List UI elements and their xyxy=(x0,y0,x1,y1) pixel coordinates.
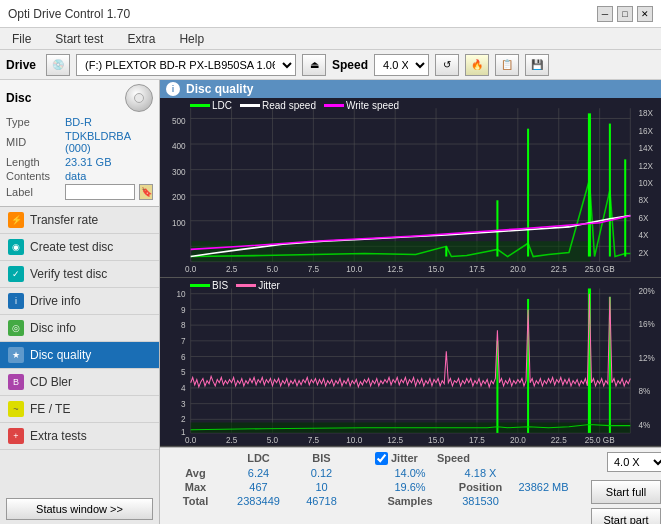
copy-button[interactable]: 📋 xyxy=(495,54,519,76)
disc-mid-row: MID TDKBLDRBA (000) xyxy=(6,130,153,154)
sidebar-item-drive-info[interactable]: i Drive info xyxy=(0,288,159,315)
minimize-button[interactable]: ─ xyxy=(597,6,613,22)
svg-text:10.0: 10.0 xyxy=(346,436,362,445)
sidebar-item-fe-te[interactable]: ~ FE / TE xyxy=(0,396,159,423)
disc-title: Disc xyxy=(6,91,31,105)
stats-speed-select[interactable]: 4.0 X xyxy=(607,452,661,472)
write-speed-legend: Write speed xyxy=(324,100,399,111)
start-buttons: Start full Start part xyxy=(585,476,661,525)
close-button[interactable]: ✕ xyxy=(637,6,653,22)
disc-length-row: Length 23.31 GB xyxy=(6,156,153,168)
menu-start-test[interactable]: Start test xyxy=(51,31,107,47)
svg-text:300: 300 xyxy=(172,168,186,177)
sidebar-item-transfer-rate[interactable]: ⚡ Transfer rate xyxy=(0,207,159,234)
sidebar-item-extra-tests[interactable]: + Extra tests xyxy=(0,423,159,450)
svg-text:12.5: 12.5 xyxy=(387,436,403,445)
stats-max-row: Max 467 10 19.6% Position xyxy=(168,481,571,493)
svg-text:2: 2 xyxy=(181,415,186,424)
disc-length-label: Length xyxy=(6,156,61,168)
stats-top: LDC BIS Jitter Speed xyxy=(160,448,661,525)
jitter-checkbox-area[interactable]: Jitter xyxy=(375,452,418,465)
svg-text:14X: 14X xyxy=(639,144,654,153)
total-label: Total xyxy=(168,495,223,507)
disc-contents-row: Contents data xyxy=(6,170,153,182)
sidebar-item-disc-quality[interactable]: ★ Disc quality xyxy=(0,342,159,369)
stats-table: LDC BIS Jitter Speed xyxy=(160,448,579,525)
menu-extra[interactable]: Extra xyxy=(123,31,159,47)
svg-text:17.5: 17.5 xyxy=(469,265,485,274)
disc-contents-label: Contents xyxy=(6,170,61,182)
stats-speed-header: Speed xyxy=(426,452,481,464)
svg-text:0.0: 0.0 xyxy=(185,265,197,274)
transfer-rate-icon: ⚡ xyxy=(8,212,24,228)
svg-text:16%: 16% xyxy=(639,320,656,329)
disc-label-row: Label 🔖 xyxy=(6,184,153,200)
disc-mid-label: MID xyxy=(6,136,61,148)
jitter-checkbox[interactable] xyxy=(375,452,388,465)
burn-button[interactable]: 🔥 xyxy=(465,54,489,76)
charts-area: LDC Read speed Write speed xyxy=(160,98,661,447)
svg-text:22.5: 22.5 xyxy=(551,265,567,274)
sidebar-item-create-test-disc[interactable]: ◉ Create test disc xyxy=(0,234,159,261)
main-area: Disc Type BD-R MID TDKBLDRBA (000) Lengt… xyxy=(0,80,661,524)
avg-jitter-value: 14.0% xyxy=(375,467,445,479)
window-controls: ─ □ ✕ xyxy=(597,6,653,22)
drive-select[interactable]: (F:) PLEXTOR BD-R PX-LB950SA 1.06 xyxy=(76,54,296,76)
max-jitter-value: 19.6% xyxy=(375,481,445,493)
svg-text:6X: 6X xyxy=(639,214,650,223)
content-area: i Disc quality LDC Read speed xyxy=(160,80,661,524)
start-part-button[interactable]: Start part xyxy=(591,508,661,525)
svg-text:4: 4 xyxy=(181,384,186,393)
stats-bis-header: BIS xyxy=(294,452,349,464)
eject-button[interactable]: ⏏ xyxy=(302,54,326,76)
create-test-disc-icon: ◉ xyxy=(8,239,24,255)
samples-label: Samples xyxy=(375,495,445,507)
disc-label-input[interactable] xyxy=(65,184,135,200)
svg-text:0.0: 0.0 xyxy=(185,436,197,445)
stats-area: LDC BIS Jitter Speed xyxy=(160,447,661,525)
svg-text:100: 100 xyxy=(172,219,186,228)
total-bis-value: 46718 xyxy=(294,495,349,507)
disc-label-button[interactable]: 🔖 xyxy=(139,184,153,200)
svg-text:12.5: 12.5 xyxy=(387,265,403,274)
ldc-legend: LDC xyxy=(190,100,232,111)
save-button[interactable]: 💾 xyxy=(525,54,549,76)
status-window-button[interactable]: Status window >> xyxy=(6,498,153,520)
disc-type-label: Type xyxy=(6,116,61,128)
stats-avg-row: Avg 6.24 0.12 14.0% 4.18 X xyxy=(168,467,571,479)
svg-text:17.5: 17.5 xyxy=(469,436,485,445)
menu-bar: File Start test Extra Help xyxy=(0,28,661,50)
svg-text:7.5: 7.5 xyxy=(308,436,320,445)
svg-text:10.0: 10.0 xyxy=(346,265,362,274)
sidebar-menu: ⚡ Transfer rate ◉ Create test disc ✓ Ver… xyxy=(0,207,159,450)
start-full-button[interactable]: Start full xyxy=(591,480,661,504)
sidebar-item-disc-info[interactable]: ◎ Disc info xyxy=(0,315,159,342)
refresh-button[interactable]: ↺ xyxy=(435,54,459,76)
drive-label: Drive xyxy=(6,58,36,72)
svg-text:25.0 GB: 25.0 GB xyxy=(585,265,616,274)
sidebar-item-label: CD Bler xyxy=(30,375,72,389)
sidebar-item-verify-test-disc[interactable]: ✓ Verify test disc xyxy=(0,261,159,288)
svg-text:400: 400 xyxy=(172,142,186,151)
sidebar: Disc Type BD-R MID TDKBLDRBA (000) Lengt… xyxy=(0,80,160,524)
svg-text:2X: 2X xyxy=(639,249,650,258)
svg-text:2.5: 2.5 xyxy=(226,436,238,445)
cd-bler-icon: B xyxy=(8,374,24,390)
menu-file[interactable]: File xyxy=(8,31,35,47)
drive-icon-button[interactable]: 💿 xyxy=(46,54,70,76)
sidebar-item-label: Disc quality xyxy=(30,348,91,362)
ldc-chart: LDC Read speed Write speed xyxy=(160,98,661,278)
sidebar-item-label: Extra tests xyxy=(30,429,87,443)
position-label: Position xyxy=(453,481,508,493)
disc-quality-title: Disc quality xyxy=(186,82,253,96)
maximize-button[interactable]: □ xyxy=(617,6,633,22)
svg-text:18X: 18X xyxy=(639,109,654,118)
svg-text:8X: 8X xyxy=(639,196,650,205)
menu-help[interactable]: Help xyxy=(175,31,208,47)
speed-select[interactable]: 4.0 X xyxy=(374,54,429,76)
sidebar-item-cd-bler[interactable]: B CD Bler xyxy=(0,369,159,396)
svg-rect-52 xyxy=(160,278,661,446)
svg-text:25.0 GB: 25.0 GB xyxy=(585,436,615,445)
svg-text:200: 200 xyxy=(172,193,186,202)
disc-icon xyxy=(125,84,153,112)
